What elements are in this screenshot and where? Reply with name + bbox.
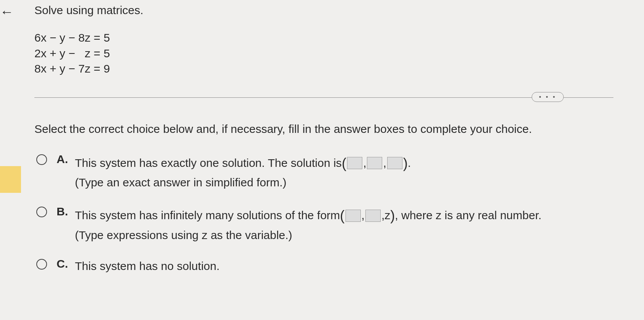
instruction-text: Select the correct choice below and, if …	[34, 123, 629, 136]
comma: ,	[362, 207, 365, 225]
choice-a-line1-pre: This system has exactly one solution. Th…	[75, 154, 342, 172]
equations-block: 6x − y − 8z = 5 2x + y − z = 5 8x + y − …	[34, 30, 629, 77]
radio-c[interactable]	[36, 259, 47, 270]
choice-a: A. This system has exactly one solution.…	[36, 153, 629, 192]
comma: ,	[383, 154, 386, 172]
choice-c-label: C.	[57, 257, 68, 270]
divider-line	[34, 97, 613, 98]
paren-close: )	[403, 153, 408, 174]
answer-box-b2[interactable]	[365, 210, 381, 222]
question-content: Solve using matrices. 6x − y − 8z = 5 2x…	[0, 4, 644, 275]
choice-b-label: B.	[57, 205, 68, 218]
z-part: ,z	[381, 207, 390, 225]
equation-3: 8x + y − 7z = 9	[34, 61, 629, 77]
paren-open: (	[342, 153, 346, 174]
radio-b[interactable]	[36, 207, 47, 217]
choice-b-text: This system has infinitely many solution…	[75, 205, 629, 244]
highlight-marker	[0, 166, 21, 193]
choice-b-post: , where z is any real number.	[395, 207, 542, 225]
choice-b: B. This system has infinitely many solut…	[36, 205, 629, 244]
paren-open: (	[340, 205, 345, 226]
answer-box-b1[interactable]	[346, 210, 361, 222]
divider-row: • • •	[34, 92, 629, 103]
radio-a[interactable]	[36, 154, 47, 165]
paren-close: )	[390, 205, 395, 226]
answer-box-a2[interactable]	[367, 157, 382, 169]
answer-box-a3[interactable]	[387, 157, 402, 169]
comma: ,	[363, 154, 366, 172]
question-title: Solve using matrices.	[34, 4, 629, 17]
equation-1: 6x − y − 8z = 5	[34, 30, 629, 46]
choice-c-text: This system has no solution.	[75, 257, 629, 275]
more-options-button[interactable]: • • •	[532, 92, 564, 102]
period: .	[408, 154, 411, 172]
choice-a-label: A.	[57, 153, 68, 166]
left-arrow-fragment: ←	[0, 4, 14, 20]
choice-c: C. This system has no solution.	[36, 257, 629, 275]
choice-a-line2: (Type an exact answer in simplified form…	[75, 174, 629, 192]
choice-b-line1-pre: This system has infinitely many solution…	[75, 207, 340, 225]
choice-a-text: This system has exactly one solution. Th…	[75, 153, 629, 192]
answer-box-a1[interactable]	[347, 157, 362, 169]
choices-list: A. This system has exactly one solution.…	[34, 153, 629, 275]
equation-2: 2x + y − z = 5	[34, 46, 629, 61]
choice-b-line2: (Type expressions using z as the variabl…	[75, 226, 629, 244]
